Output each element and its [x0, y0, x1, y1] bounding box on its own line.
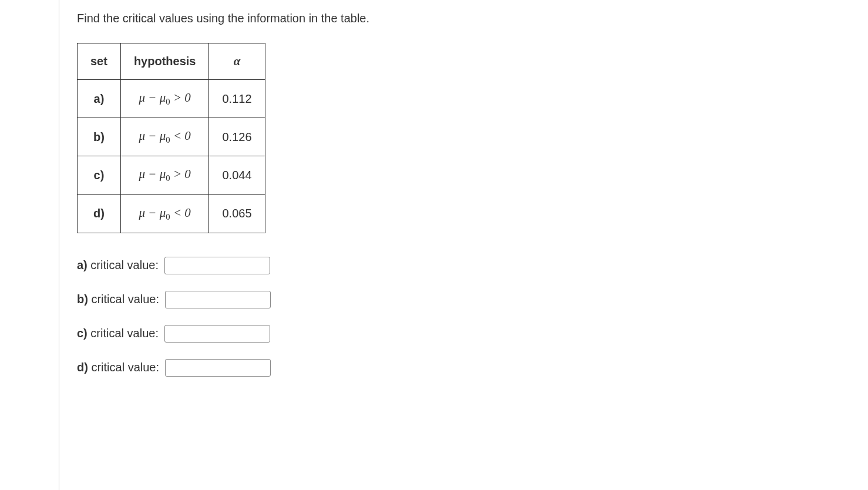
hypothesis-table: set hypothesis α a) μ − μ0 > 0 0.112 b) …	[77, 43, 265, 233]
table-row: b) μ − μ0 < 0 0.126	[78, 118, 265, 156]
answer-label: a) critical value:	[77, 259, 159, 272]
answer-row-a: a) critical value:	[77, 257, 850, 274]
critical-value-input-a[interactable]	[164, 257, 270, 274]
answer-row-c: c) critical value:	[77, 325, 850, 343]
cell-set: c)	[78, 156, 121, 194]
header-set: set	[78, 43, 121, 80]
answer-label: d) critical value:	[77, 361, 159, 374]
table-row: d) μ − μ0 < 0 0.065	[78, 194, 265, 233]
answer-label: c) critical value:	[77, 327, 159, 340]
question-prompt: Find the critical values using the infor…	[77, 12, 850, 25]
cell-hypothesis: μ − μ0 < 0	[120, 118, 209, 156]
answer-row-d: d) critical value:	[77, 359, 850, 377]
cell-alpha: 0.126	[209, 118, 265, 156]
cell-alpha: 0.065	[209, 194, 265, 233]
table-row: a) μ − μ0 > 0 0.112	[78, 80, 265, 118]
critical-value-input-b[interactable]	[165, 291, 271, 308]
critical-value-input-c[interactable]	[164, 325, 270, 343]
table-row: c) μ − μ0 > 0 0.044	[78, 156, 265, 194]
cell-hypothesis: μ − μ0 > 0	[120, 80, 209, 118]
answer-row-b: b) critical value:	[77, 291, 850, 308]
cell-set: a)	[78, 80, 121, 118]
header-hypothesis: hypothesis	[120, 43, 209, 80]
cell-set: b)	[78, 118, 121, 156]
answer-label: b) critical value:	[77, 293, 159, 306]
table-header-row: set hypothesis α	[78, 43, 265, 80]
question-container: Find the critical values using the infor…	[59, 0, 868, 490]
cell-set: d)	[78, 194, 121, 233]
header-alpha: α	[209, 43, 265, 80]
cell-hypothesis: μ − μ0 < 0	[120, 194, 209, 233]
cell-alpha: 0.112	[209, 80, 265, 118]
critical-value-input-d[interactable]	[165, 359, 271, 377]
cell-alpha: 0.044	[209, 156, 265, 194]
cell-hypothesis: μ − μ0 > 0	[120, 156, 209, 194]
